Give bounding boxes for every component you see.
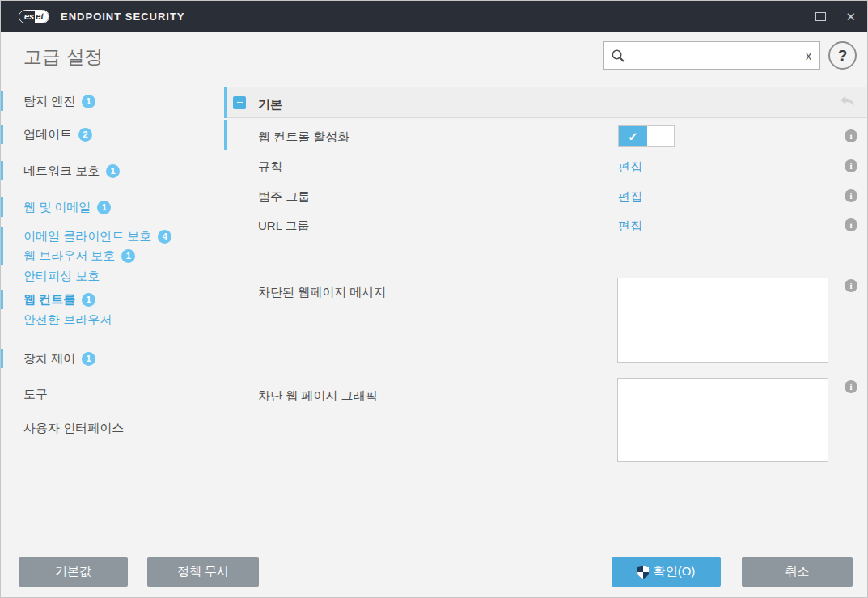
ok-button[interactable]: 확인(O) (612, 557, 721, 587)
count-badge: 1 (82, 352, 95, 366)
page-header: 고급 설정 x ? (1, 32, 867, 83)
section-header-basic (225, 87, 867, 118)
label-enable-web-control: 웹 컨트롤 활성화 (258, 129, 349, 145)
label-category-groups: 범주 그룹 (258, 189, 310, 205)
edit-rules-link[interactable]: 편집 (618, 159, 642, 175)
revert-icon[interactable] (839, 93, 857, 111)
info-icon[interactable]: i (845, 129, 857, 142)
section-accent-bar (224, 87, 227, 118)
cancel-button[interactable]: 취소 (742, 557, 853, 587)
enable-web-control-toggle[interactable]: ✓ (618, 125, 675, 147)
blocked-webpage-graphic-textarea[interactable] (617, 378, 828, 462)
maximize-icon[interactable] (815, 12, 826, 21)
window-controls: ✕ (815, 1, 856, 32)
sidebar-item-email-client-protection[interactable]: 이메일 클라이언트 보호4 (1, 227, 219, 246)
sidebar-item-antiphishing-protection[interactable]: 안티피싱 보호 (1, 266, 219, 286)
label-url-groups: URL 그룹 (258, 218, 310, 234)
count-badge: 1 (82, 95, 95, 108)
collapse-section-button[interactable]: − (233, 96, 246, 109)
search-icon (611, 49, 625, 63)
sidebar-item-tools[interactable]: 도구 (1, 384, 219, 404)
shield-icon (637, 566, 649, 579)
count-badge: 1 (97, 201, 111, 214)
count-badge: 1 (106, 164, 120, 178)
label-rules: 규칙 (258, 159, 282, 175)
sidebar-item-update[interactable]: 업데이트2 (1, 125, 219, 144)
label-blocked-webpage-graphic: 차단 웹 페이지 그래픽 (258, 388, 378, 404)
sidebar-item-device-control[interactable]: 장치 제어1 (1, 349, 219, 368)
search-box: x (603, 41, 820, 70)
count-badge: 1 (121, 249, 135, 263)
count-badge: 2 (78, 128, 92, 142)
search-input[interactable] (625, 42, 798, 69)
sidebar-item-secure-browser[interactable]: 안전한 브라우저 (1, 310, 219, 329)
help-button[interactable]: ? (828, 41, 857, 70)
blocked-webpage-message-textarea[interactable] (617, 278, 828, 363)
sidebar-item-web-browser-protection[interactable]: 웹 브라우저 보호1 (1, 246, 219, 265)
section-title: 기본 (258, 97, 282, 112)
search-clear-icon[interactable]: x (798, 49, 819, 62)
close-icon[interactable]: ✕ (845, 11, 856, 23)
sidebar-item-detection-engine[interactable]: 탐지 엔진1 (1, 91, 219, 111)
app-title: ENDPOINT SECURITY (61, 11, 185, 23)
info-icon[interactable]: i (845, 159, 857, 172)
sidebar-item-user-interface[interactable]: 사용자 인터페이스 (1, 418, 219, 438)
info-icon[interactable]: i (845, 380, 857, 393)
row-accent-bar (224, 120, 227, 150)
default-button[interactable]: 기본값 (19, 557, 128, 587)
label-blocked-webpage-message: 차단된 웹페이지 메시지 (258, 285, 386, 300)
info-icon[interactable]: i (845, 279, 857, 292)
eset-advanced-setup-window: eset ENDPOINT SECURITY ✕ 고급 설정 x ? 탐지 엔진… (0, 0, 868, 598)
eset-logo-icon: eset (19, 10, 49, 23)
sidebar-item-web-control[interactable]: 웹 컨트롤1 (1, 290, 219, 309)
info-icon[interactable]: i (845, 189, 857, 202)
edit-category-groups-link[interactable]: 편집 (618, 189, 642, 205)
page-title: 고급 설정 (23, 45, 103, 70)
info-icon[interactable]: i (845, 218, 857, 231)
sidebar-item-web-and-email[interactable]: 웹 및 이메일1 (1, 197, 219, 217)
ignore-policy-button[interactable]: 정책 무시 (147, 557, 259, 587)
count-badge: 4 (158, 230, 171, 244)
titlebar: eset ENDPOINT SECURITY ✕ (1, 1, 867, 32)
toggle-check-icon: ✓ (619, 126, 647, 146)
edit-url-groups-link[interactable]: 편집 (618, 218, 642, 234)
count-badge: 1 (82, 293, 95, 307)
sidebar-item-network-protection[interactable]: 네트워크 보호1 (1, 161, 219, 180)
